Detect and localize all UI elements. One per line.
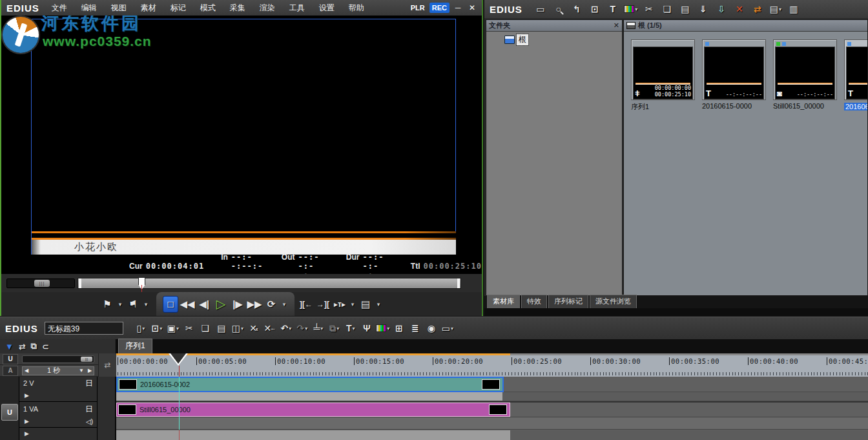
- replace-on-timeline-button[interactable]: ⇩: [713, 2, 730, 16]
- search-button[interactable]: ○: [550, 2, 567, 16]
- menu-采集[interactable]: 采集: [224, 1, 251, 16]
- fast-forward-button[interactable]: ▶▶: [247, 296, 262, 313]
- add-clip-button[interactable]: ⊡: [586, 2, 603, 16]
- set-in-dropdown[interactable]: ▾: [116, 296, 124, 313]
- track-1va-mixer-lane[interactable]: [116, 430, 510, 440]
- dropdown-arrow-icon[interactable]: ▾: [289, 326, 291, 331]
- sync-mode-icon[interactable]: ⧉: [31, 341, 37, 351]
- cut-button[interactable]: ✂: [182, 321, 196, 335]
- ripple-delete-button[interactable]: ✕←: [263, 321, 277, 335]
- open-project-button[interactable]: ⊡▾: [150, 321, 164, 335]
- track-height-slider[interactable]: |||: [22, 355, 94, 363]
- insert-between-button[interactable]: ◫▾: [231, 321, 245, 335]
- dropdown-arrow-icon[interactable]: ▾: [320, 326, 323, 331]
- dropdown-arrow-icon[interactable]: ▾: [635, 6, 637, 12]
- tab-源文件浏览[interactable]: 源文件浏览: [590, 295, 637, 308]
- save-project-button[interactable]: ▣▾: [166, 321, 180, 335]
- track-1va-mute-button[interactable]: U: [1, 404, 18, 421]
- audio-mixer-button[interactable]: ≣: [408, 321, 422, 335]
- menu-渲染[interactable]: 渲染: [254, 1, 281, 16]
- plr-mode-button[interactable]: PLR: [409, 3, 427, 13]
- close-button[interactable]: ✕: [466, 3, 478, 12]
- menu-编辑[interactable]: 编辑: [76, 1, 103, 16]
- track-header-2v[interactable]: 2 V 日 ▶: [19, 377, 97, 402]
- layout-button[interactable]: ▭▾: [440, 321, 455, 335]
- dropdown-arrow-icon[interactable]: ▾: [336, 326, 339, 331]
- timescale-dropdown-icon[interactable]: ▼: [77, 368, 86, 373]
- track-1va-audio-lane[interactable]: [116, 417, 868, 430]
- tab-sequence-1[interactable]: 序列1: [118, 339, 152, 353]
- menu-文件[interactable]: 文件: [46, 1, 73, 16]
- new-sequence-button[interactable]: ▯▾: [134, 321, 148, 335]
- dropdown-arrow-icon[interactable]: ▾: [387, 326, 389, 331]
- copy-button[interactable]: ❏: [659, 2, 676, 16]
- multicam-button[interactable]: ⊞: [392, 321, 406, 335]
- minimize-button[interactable]: ─: [452, 3, 464, 12]
- snap-icon[interactable]: ⊂: [42, 342, 49, 351]
- prev-frame-button[interactable]: ◀|: [196, 296, 212, 313]
- track-2v-mixer-lane[interactable]: [116, 392, 502, 401]
- bin-item-2[interactable]: T--:--:--:--20160615-0000: [702, 39, 767, 110]
- delete-button[interactable]: ✕ₓ: [247, 321, 261, 335]
- export-dropdown[interactable]: ▾: [375, 296, 382, 313]
- loudness-button[interactable]: ◉: [424, 321, 439, 335]
- tab-序列标记[interactable]: 序列标记: [548, 295, 588, 308]
- dropdown-arrow-icon[interactable]: ▾: [176, 326, 179, 331]
- cut-button[interactable]: ✂: [641, 2, 657, 16]
- dropdown-arrow-icon[interactable]: ▾: [160, 326, 162, 331]
- seek-bar[interactable]: [78, 278, 461, 289]
- add-to-timeline-button[interactable]: ⇓: [695, 2, 712, 16]
- paste-button[interactable]: ▤: [214, 321, 229, 335]
- shuttle-handle[interactable]: |||: [34, 280, 50, 287]
- dropdown-arrow-icon[interactable]: ▾: [142, 326, 145, 331]
- menu-设置[interactable]: 设置: [313, 1, 340, 16]
- dropdown-arrow-icon[interactable]: ▾: [451, 326, 453, 331]
- menu-帮助[interactable]: 帮助: [343, 1, 370, 16]
- expand-track-icon[interactable]: ▶: [23, 418, 29, 424]
- timescale-prev-icon[interactable]: ◀: [23, 368, 30, 373]
- render-button[interactable]: ▾: [376, 321, 390, 335]
- expand-track-icon[interactable]: ▶: [23, 392, 29, 399]
- play-around-dropdown[interactable]: ▾: [349, 296, 356, 313]
- speaker-icon[interactable]: ◁): [86, 418, 93, 425]
- rec-mode-button[interactable]: REC: [429, 3, 450, 13]
- tab-素材库[interactable]: 素材库: [487, 295, 520, 308]
- shuttle-slider[interactable]: |||: [6, 278, 75, 288]
- title-button[interactable]: T▾: [344, 321, 358, 335]
- play-button[interactable]: ▷: [213, 296, 229, 313]
- next-frame-button[interactable]: |▶: [230, 296, 245, 313]
- track-header-1va[interactable]: 1 VA 日 ▶ ◁) ▶: [19, 403, 97, 440]
- set-out-dropdown[interactable]: ▾: [142, 296, 150, 313]
- tab-特效[interactable]: 特效: [521, 295, 547, 308]
- dropdown-arrow-icon[interactable]: ▾: [241, 326, 243, 331]
- view-mode-button[interactable]: ▤▾: [767, 2, 784, 16]
- dropdown-arrow-icon[interactable]: ▾: [779, 6, 781, 12]
- timescale-selector[interactable]: ◀ 1 秒 ▼ ▶: [22, 366, 94, 375]
- video-mute-button[interactable]: U: [3, 354, 18, 364]
- rewind-button[interactable]: ◀◀: [180, 296, 195, 313]
- timeline-ruler[interactable]: 00:00:00:0000:00:05:0000:00:10:0000:00:1…: [116, 353, 868, 377]
- play-around-cursor-button[interactable]: ▸ᴛ▸: [332, 296, 347, 313]
- slider-handle[interactable]: |||: [81, 357, 92, 362]
- paste-button[interactable]: ▤: [677, 2, 694, 16]
- search-bin-button[interactable]: ⇄: [749, 2, 766, 16]
- create-title-button[interactable]: T: [604, 2, 621, 16]
- voiceover-button[interactable]: Ψ: [360, 321, 374, 335]
- menu-模式[interactable]: 模式: [194, 1, 222, 16]
- bin-item-1[interactable]: ǂ00:00:00:0000:00:25:10序列1: [631, 39, 696, 112]
- redo-button[interactable]: ↷▾: [295, 321, 309, 335]
- stop-button[interactable]: □: [163, 296, 178, 313]
- bin-item-3[interactable]: ◙--:--:--:--Still0615_00000: [773, 39, 838, 110]
- insert-overwrite-mode-icon[interactable]: ▼: [5, 342, 14, 351]
- menu-标记[interactable]: 标记: [165, 1, 192, 16]
- up-level-button[interactable]: ↰: [568, 2, 585, 16]
- menu-素材[interactable]: 素材: [135, 1, 162, 16]
- project-name-field[interactable]: 无标题39: [45, 322, 123, 335]
- delete-button[interactable]: ✕: [731, 2, 748, 16]
- bin-item-4[interactable]: T201606: [844, 39, 868, 112]
- goto-in-button[interactable]: ][←: [298, 296, 314, 313]
- close-icon[interactable]: ✕: [614, 21, 619, 30]
- menu-工具[interactable]: 工具: [284, 1, 311, 16]
- dropdown-arrow-icon[interactable]: ▾: [353, 326, 355, 331]
- loop-button[interactable]: ⟳: [264, 296, 279, 313]
